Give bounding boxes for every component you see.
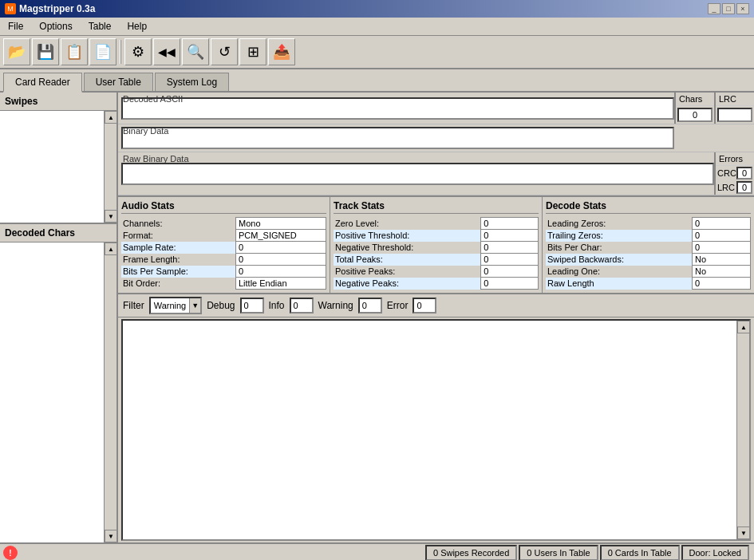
decode-stats-panel: Decode Stats Leading Zeros: 0 Trailing Z… bbox=[543, 197, 754, 293]
binary-data-row: Binary Data bbox=[118, 124, 754, 152]
log-scroll-up[interactable]: ▲ bbox=[737, 321, 750, 333]
app-icon: M bbox=[5, 3, 16, 14]
table-row: Format: PCM_SIGNED bbox=[121, 230, 326, 242]
menu-file[interactable]: File bbox=[3, 19, 28, 34]
audio-stats-table: Channels: Mono Format: PCM_SIGNED Sample… bbox=[121, 217, 326, 290]
decoded-ascii-input[interactable] bbox=[121, 97, 674, 120]
refresh-button[interactable]: ↺ bbox=[211, 38, 238, 65]
right-panel: Decoded ASCII Chars 0 LRC Binary Data bbox=[118, 93, 754, 542]
search-button[interactable]: 🔍 bbox=[182, 38, 209, 65]
decoded-ascii-row: Decoded ASCII Chars 0 LRC bbox=[118, 93, 754, 124]
status-indicator: ! bbox=[3, 546, 18, 560]
track-stats-table: Zero Level: 0 Positive Threshold: 0 Nega… bbox=[334, 217, 539, 290]
binary-data-label: Binary Data bbox=[123, 126, 168, 136]
left-panel: Swipes ▲ ▼ Decoded Chars ▲ ▼ bbox=[0, 93, 118, 542]
table-row: Leading Zeros: 0 bbox=[546, 218, 751, 230]
menu-options[interactable]: Options bbox=[34, 19, 77, 34]
decoded-chars-scroll-down[interactable]: ▼ bbox=[105, 530, 116, 542]
open-button[interactable]: 📂 bbox=[3, 38, 30, 65]
filter-dropdown-arrow[interactable]: ▼ bbox=[189, 298, 200, 313]
settings-button[interactable]: ⚙ bbox=[124, 38, 152, 65]
decoded-ascii-label: Decoded ASCII bbox=[123, 94, 183, 104]
lrc-row: LRC 0 bbox=[716, 180, 754, 195]
copy-button[interactable]: 📋 bbox=[61, 38, 88, 65]
title-bar: M Magstripper 0.3a _ □ × bbox=[0, 0, 754, 18]
tab-card-reader[interactable]: Card Reader bbox=[3, 73, 82, 93]
zero-level-label: Zero Level: bbox=[334, 218, 481, 230]
audio-stats-panel: Audio Stats Channels: Mono Format: PCM_S… bbox=[118, 197, 330, 293]
decoded-chars-scrollbar[interactable]: ▲ ▼ bbox=[104, 243, 116, 542]
grid-button[interactable]: ⊞ bbox=[239, 38, 266, 65]
raw-length-value: 0 bbox=[692, 278, 750, 290]
swipes-scrollbar[interactable]: ▲ ▼ bbox=[104, 111, 116, 223]
neg-threshold-label: Negative Threshold: bbox=[334, 242, 481, 254]
decoded-chars-scroll-track bbox=[105, 255, 116, 530]
log-scrollbar[interactable]: ▲ ▼ bbox=[736, 321, 749, 539]
leading-zeros-value: 0 bbox=[692, 218, 750, 230]
menubar: File Options Table Help bbox=[0, 18, 754, 36]
filter-select[interactable]: Warning ▼ bbox=[149, 297, 202, 314]
maximize-button[interactable]: □ bbox=[722, 3, 735, 14]
frame-length-label: Frame Length: bbox=[121, 254, 235, 266]
minimize-button[interactable]: _ bbox=[708, 3, 720, 14]
table-row: Channels: Mono bbox=[121, 218, 326, 230]
raw-binary-input[interactable] bbox=[121, 163, 714, 185]
table-row: Bits Per Sample: 0 bbox=[121, 266, 326, 278]
info-count: 0 bbox=[290, 298, 314, 314]
debug-count: 0 bbox=[240, 298, 264, 314]
export-button[interactable]: 📤 bbox=[268, 38, 295, 65]
errors-col: Errors CRC 0 LRC 0 bbox=[714, 152, 754, 195]
decode-stats-title: Decode Stats bbox=[546, 200, 751, 214]
statusbar: ! 0 Swipes Recorded 0 Users In Table 0 C… bbox=[0, 542, 754, 560]
channels-label: Channels: bbox=[121, 218, 235, 230]
total-peaks-value: 0 bbox=[481, 254, 539, 266]
pos-threshold-value: 0 bbox=[481, 230, 539, 242]
warning-count: 0 bbox=[358, 298, 382, 314]
channels-value: Mono bbox=[235, 218, 326, 230]
app-title: Magstripper 0.3a bbox=[19, 3, 95, 14]
binary-data-input[interactable] bbox=[121, 127, 674, 149]
table-row: Trailing Zeros: 0 bbox=[546, 230, 751, 242]
table-row: Zero Level: 0 bbox=[334, 218, 539, 230]
crc-label: CRC bbox=[717, 168, 736, 178]
log-area[interactable]: ▲ ▼ bbox=[121, 319, 751, 541]
cards-in-table-status: 0 Cards In Table bbox=[600, 545, 680, 560]
pos-peaks-label: Positive Peaks: bbox=[334, 266, 481, 278]
warning-label: Warning bbox=[318, 300, 353, 311]
tab-system-log[interactable]: System Log bbox=[155, 73, 229, 91]
menu-help[interactable]: Help bbox=[122, 19, 152, 34]
chars-value: 0 bbox=[677, 108, 713, 122]
sample-rate-label: Sample Rate: bbox=[121, 242, 235, 254]
raw-binary-label: Raw Binary Data bbox=[123, 154, 189, 164]
door-status: Door: Locked bbox=[681, 545, 749, 560]
log-scroll-track bbox=[737, 333, 749, 526]
swipes-scroll-up[interactable]: ▲ bbox=[105, 111, 116, 124]
audio-stats-title: Audio Stats bbox=[121, 200, 326, 214]
window-controls: _ □ × bbox=[708, 3, 749, 14]
decoded-chars-scroll-up[interactable]: ▲ bbox=[105, 243, 116, 255]
table-row: Positive Peaks: 0 bbox=[334, 266, 539, 278]
paste-button[interactable]: 📄 bbox=[89, 38, 116, 65]
log-scroll-down[interactable]: ▼ bbox=[737, 526, 750, 539]
filter-select-value: Warning bbox=[151, 301, 190, 310]
swipes-scroll-down[interactable]: ▼ bbox=[105, 210, 116, 223]
save-button[interactable]: 💾 bbox=[32, 38, 59, 65]
back-button[interactable]: ◀◀ bbox=[153, 38, 180, 65]
close-button[interactable]: × bbox=[736, 3, 749, 14]
table-row: Negative Peaks: 0 bbox=[334, 278, 539, 290]
bit-order-label: Bit Order: bbox=[121, 278, 235, 290]
error-label: Error bbox=[387, 300, 409, 311]
lrc-label-ascii: LRC bbox=[716, 93, 754, 106]
crc-value: 0 bbox=[736, 167, 752, 179]
neg-peaks-label: Negative Peaks: bbox=[334, 278, 481, 290]
chars-col: Chars 0 bbox=[674, 93, 714, 124]
menu-table[interactable]: Table bbox=[84, 19, 116, 34]
pos-threshold-label: Positive Threshold: bbox=[334, 230, 481, 242]
raw-length-label: Raw Length bbox=[546, 278, 692, 290]
sample-rate-value: 0 bbox=[235, 242, 326, 254]
table-row: Negative Threshold: 0 bbox=[334, 242, 539, 254]
errors-label: Errors bbox=[716, 152, 754, 166]
filter-bar: Filter Warning ▼ Debug 0 Info 0 Warning … bbox=[118, 294, 754, 317]
debug-label: Debug bbox=[207, 300, 235, 311]
tab-user-table[interactable]: User Table bbox=[84, 73, 153, 91]
